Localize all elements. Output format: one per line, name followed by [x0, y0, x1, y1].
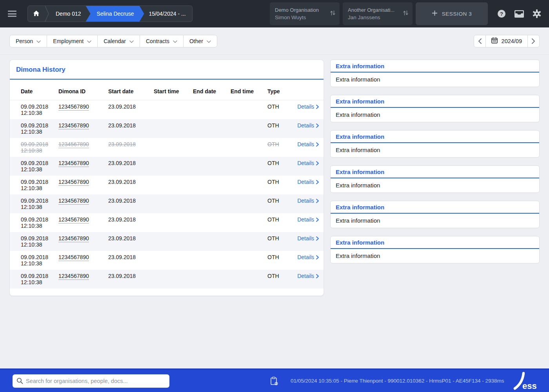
cell-end-time [227, 251, 264, 270]
details-link[interactable]: Details [297, 122, 319, 129]
cell-date: 09.09.2018 12:10:38 [10, 157, 55, 176]
dimona-table-head: Date Dimona ID Start date Start time End… [10, 80, 324, 100]
cell-end-date [190, 176, 227, 194]
breadcrumb-item-demo-012[interactable]: Demo 012 [49, 6, 87, 22]
session-organisation: Demo Organisation [275, 7, 330, 13]
chevron-right-icon [316, 105, 319, 109]
settings-icon[interactable] [533, 9, 541, 18]
search-input[interactable] [13, 374, 169, 388]
toolbar-menu-label: Person [16, 38, 33, 44]
table-column-header: Type [264, 80, 286, 100]
help-icon[interactable]: ? [497, 9, 506, 18]
details-link[interactable]: Details [297, 216, 319, 223]
session-tab[interactable]: Another Organisati... Jan Janssens [343, 2, 413, 25]
cell-end-date [190, 119, 227, 138]
extra-information-card: Extra information Extra information [330, 165, 540, 193]
dimona-id-link[interactable]: 1234567890 [58, 198, 89, 205]
breadcrumb-home[interactable] [28, 6, 45, 22]
cell-type: OTH [264, 119, 286, 138]
topbar-icon-cluster: ? [497, 9, 541, 18]
cell-dimona-id: 1234567890 [55, 270, 105, 289]
extra-information-body: Extra information [331, 178, 539, 192]
cell-start-time [151, 232, 190, 251]
cell-dimona-id: 1234567890 [55, 176, 105, 194]
cell-date: 09.09.2018 12:10:38 [10, 194, 55, 213]
cell-date: 09.09.2018 12:10:38 [10, 176, 55, 194]
cell-end-date [190, 157, 227, 176]
dimona-id-link[interactable]: 1234567890 [58, 235, 89, 242]
menu-calendar[interactable]: Calendar [97, 35, 140, 47]
menu-button[interactable] [8, 11, 16, 17]
table-column-header: End date [190, 80, 227, 100]
cell-dimona-id: 1234567890 [55, 232, 105, 251]
dimona-id-link[interactable]: 1234567890 [58, 122, 89, 129]
details-link[interactable]: Details [297, 235, 319, 241]
dimona-id-link[interactable]: 1234567890 [58, 254, 89, 261]
cell-end-date [190, 194, 227, 213]
cell-start-date: 23.09.2018 [105, 194, 151, 213]
dimona-id-link[interactable]: 1234567890 [58, 141, 89, 148]
main-content: Dimona History Date Dimona ID Start date… [0, 55, 549, 368]
dimona-id-link[interactable]: 1234567890 [58, 103, 89, 111]
cell-start-date: 23.09.2018 [105, 176, 151, 194]
toolbar-menu-label: Other [189, 38, 203, 44]
details-link[interactable]: Details [297, 273, 319, 279]
extra-information-header: Extra information [331, 166, 539, 178]
clipboard-link-icon[interactable] [271, 377, 278, 385]
details-link[interactable]: Details [297, 179, 319, 185]
cell-details: Details [286, 213, 324, 232]
dimona-id-link[interactable]: 1234567890 [58, 160, 89, 167]
session-tabs: Demo Organisation Simon Wuyts Another Or… [267, 2, 413, 25]
cell-type: OTH [264, 213, 286, 232]
table-column-header: Dimona ID [55, 80, 105, 100]
cell-dimona-id: 1234567890 [55, 213, 105, 232]
cell-start-time [151, 119, 190, 138]
cell-start-time [151, 213, 190, 232]
breadcrumb-item-period[interactable]: 15/04/2024 - ... [140, 6, 192, 22]
cell-end-date [190, 232, 227, 251]
table-bottom-padding [10, 289, 324, 296]
cell-type: OTH [264, 194, 286, 213]
breadcrumb-item-selina-decruse[interactable]: Selina Decruse [86, 6, 144, 22]
extra-information-body: Extra information [331, 108, 539, 122]
toolbar-menu-label: Calendar [104, 38, 126, 44]
details-link[interactable]: Details [297, 141, 319, 147]
new-session-button[interactable]: SESSION 3 [416, 2, 488, 25]
breadcrumb-label: Demo 012 [56, 11, 81, 17]
previous-period-button[interactable] [474, 35, 486, 47]
details-link[interactable]: Details [297, 254, 319, 260]
cell-start-time [151, 157, 190, 176]
table-row: 09.09.2018 12:10:38 1234567890 23.09.201… [10, 213, 324, 232]
details-link[interactable]: Details [297, 198, 319, 204]
cell-details: Details [286, 176, 324, 194]
next-period-button[interactable] [527, 35, 540, 47]
table-row: 09.09.2018 12:10:38 1234567890 23.09.201… [10, 251, 324, 270]
menu-contracts[interactable]: Contracts [140, 35, 184, 47]
menu-person[interactable]: Person [9, 35, 47, 47]
inbox-icon[interactable] [514, 10, 524, 18]
dimona-id-link[interactable]: 1234567890 [58, 179, 89, 186]
menu-other[interactable]: Other [183, 35, 217, 47]
period-value: 2024/09 [502, 38, 522, 44]
cell-end-time [227, 213, 264, 232]
cell-details: Details [286, 119, 324, 138]
details-link[interactable]: Details [297, 160, 319, 166]
cell-date: 09.09.2018 12:10:38 [10, 213, 55, 232]
cell-start-time [151, 251, 190, 270]
chevron-right-icon [316, 123, 319, 128]
period-selector-button[interactable]: 2024/09 [485, 35, 528, 47]
dimona-id-link[interactable]: 1234567890 [58, 216, 89, 223]
cell-type: OTH [264, 157, 286, 176]
calendar-icon [491, 37, 498, 45]
details-link[interactable]: Details [297, 103, 319, 110]
table-row: 09.09.2018 12:10:38 1234567890 23.09.201… [10, 100, 324, 120]
cell-start-time [151, 176, 190, 194]
cell-start-time [151, 100, 190, 120]
chevron-down-icon [87, 38, 91, 44]
menu-employment[interactable]: Employment [47, 35, 98, 47]
cell-start-date: 23.09.2018 [105, 100, 151, 120]
cell-date: 09.09.2018 12:10:38 [10, 251, 55, 270]
dimona-id-link[interactable]: 1234567890 [58, 273, 89, 280]
cell-start-date: 23.09.2018 [105, 157, 151, 176]
session-tab[interactable]: Demo Organisation Simon Wuyts [270, 2, 340, 25]
